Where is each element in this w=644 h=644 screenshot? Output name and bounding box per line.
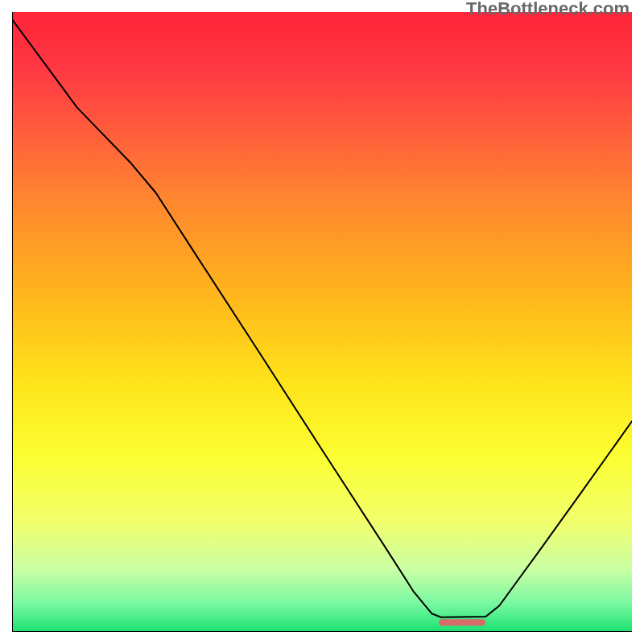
gradient-field — [12, 12, 632, 632]
optimal-marker — [439, 619, 485, 625]
bottleneck-chart — [12, 12, 632, 632]
watermark-label: TheBottleneck.com — [466, 0, 630, 19]
